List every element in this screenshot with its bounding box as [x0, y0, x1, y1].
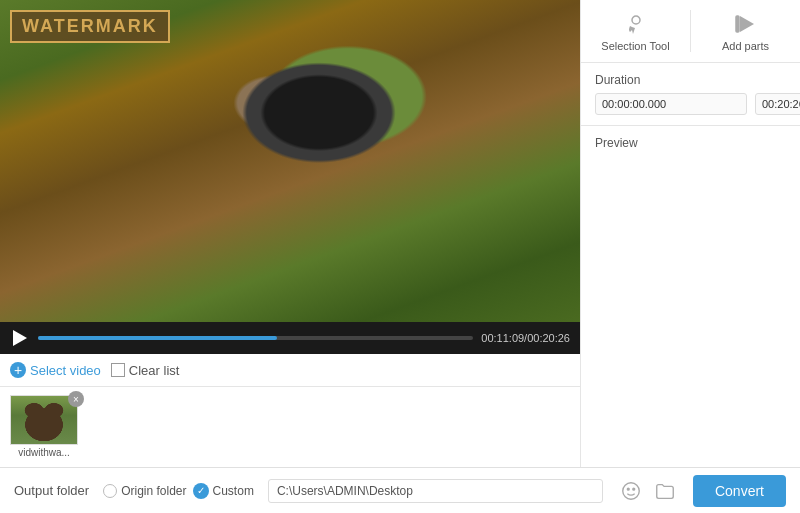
- watermark-text: WATERMARK: [22, 16, 158, 36]
- preview-label: Preview: [595, 136, 638, 150]
- checkbox-icon: [111, 363, 125, 377]
- origin-folder-option[interactable]: Origin folder: [103, 484, 186, 498]
- video-display: [0, 0, 580, 322]
- duration-fields: [595, 93, 786, 115]
- time-display: 00:11:09/00:20:26: [481, 332, 570, 344]
- play-icon: [13, 330, 27, 346]
- svg-point-0: [632, 16, 640, 24]
- selection-tool-icon: [622, 10, 650, 38]
- video-thumbnails: × vidwithwa...: [0, 387, 580, 467]
- radio-group: Origin folder ✓ Custom: [103, 483, 254, 499]
- thumbnail-image: [10, 395, 78, 445]
- add-parts-label: Add parts: [722, 40, 769, 52]
- duration-label: Duration: [595, 73, 786, 87]
- custom-folder-label: Custom: [213, 484, 254, 498]
- origin-folder-radio[interactable]: [103, 484, 117, 498]
- clear-list-label: Clear list: [129, 363, 180, 378]
- selection-tool-button[interactable]: Selection Tool: [581, 6, 690, 56]
- select-video-button[interactable]: + Select video: [10, 362, 101, 378]
- video-panel: WATERMARK 00:11:09/00:20:26 + Select vid…: [0, 0, 580, 467]
- duration-section: Duration: [581, 63, 800, 126]
- duration-start-input[interactable]: [595, 93, 747, 115]
- progress-track[interactable]: [38, 336, 473, 340]
- svg-point-5: [633, 488, 635, 490]
- selection-tool-label: Selection Tool: [601, 40, 669, 52]
- thumbnail-item: × vidwithwa...: [10, 395, 80, 459]
- add-parts-button[interactable]: Add parts: [691, 6, 800, 56]
- tools-bar: Selection Tool Add parts: [581, 0, 800, 63]
- thumbnail-strip-controls: + Select video Clear list: [0, 354, 580, 387]
- bottom-bar: Output folder Origin folder ✓ Custom Con…: [0, 467, 800, 513]
- action-icons: [617, 477, 679, 505]
- origin-folder-label: Origin folder: [121, 484, 186, 498]
- progress-fill: [38, 336, 277, 340]
- plus-icon: +: [10, 362, 26, 378]
- duration-end-input[interactable]: [755, 93, 800, 115]
- thumbnail-close-button[interactable]: ×: [68, 391, 84, 407]
- clear-list-button[interactable]: Clear list: [111, 363, 180, 378]
- video-controls-bar: 00:11:09/00:20:26: [0, 322, 580, 354]
- preview-section: Preview: [581, 126, 800, 467]
- main-area: WATERMARK 00:11:09/00:20:26 + Select vid…: [0, 0, 800, 467]
- output-folder-label: Output folder: [14, 483, 89, 498]
- convert-button[interactable]: Convert: [693, 475, 786, 507]
- svg-point-3: [623, 482, 640, 499]
- custom-folder-radio[interactable]: ✓: [193, 483, 209, 499]
- folder-browse-button[interactable]: [651, 477, 679, 505]
- svg-point-4: [627, 488, 629, 490]
- right-panel: Selection Tool Add parts Duration: [580, 0, 800, 467]
- video-container: WATERMARK: [0, 0, 580, 322]
- watermark-overlay: WATERMARK: [10, 10, 170, 43]
- play-button[interactable]: [10, 328, 30, 348]
- emoji-button[interactable]: [617, 477, 645, 505]
- thumbnail-label: vidwithwa...: [10, 447, 78, 458]
- svg-rect-2: [736, 16, 739, 32]
- folder-path-input[interactable]: [268, 479, 603, 503]
- select-video-label: Select video: [30, 363, 101, 378]
- svg-marker-1: [740, 16, 754, 32]
- add-parts-icon: [732, 10, 760, 38]
- custom-folder-option[interactable]: ✓ Custom: [193, 483, 254, 499]
